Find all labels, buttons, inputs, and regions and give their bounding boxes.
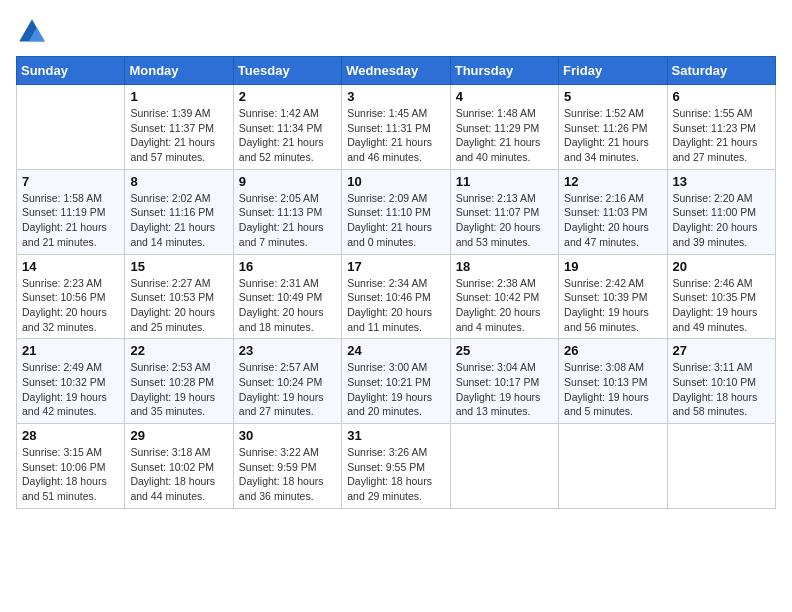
day-info: Sunrise: 3:26 AM Sunset: 9:55 PM Dayligh… <box>347 445 444 504</box>
calendar-cell: 22Sunrise: 2:53 AM Sunset: 10:28 PM Dayl… <box>125 339 233 424</box>
calendar-cell: 4Sunrise: 1:48 AM Sunset: 11:29 PM Dayli… <box>450 85 558 170</box>
calendar-cell: 27Sunrise: 3:11 AM Sunset: 10:10 PM Dayl… <box>667 339 775 424</box>
day-info: Sunrise: 2:27 AM Sunset: 10:53 PM Daylig… <box>130 276 227 335</box>
calendar-cell: 8Sunrise: 2:02 AM Sunset: 11:16 PM Dayli… <box>125 169 233 254</box>
calendar-cell: 7Sunrise: 1:58 AM Sunset: 11:19 PM Dayli… <box>17 169 125 254</box>
day-info: Sunrise: 1:48 AM Sunset: 11:29 PM Daylig… <box>456 106 553 165</box>
day-number: 17 <box>347 259 444 274</box>
weekday-header-tuesday: Tuesday <box>233 57 341 85</box>
day-info: Sunrise: 1:45 AM Sunset: 11:31 PM Daylig… <box>347 106 444 165</box>
calendar-cell: 6Sunrise: 1:55 AM Sunset: 11:23 PM Dayli… <box>667 85 775 170</box>
day-info: Sunrise: 3:08 AM Sunset: 10:13 PM Daylig… <box>564 360 661 419</box>
calendar-cell: 1Sunrise: 1:39 AM Sunset: 11:37 PM Dayli… <box>125 85 233 170</box>
calendar-cell: 23Sunrise: 2:57 AM Sunset: 10:24 PM Dayl… <box>233 339 341 424</box>
calendar-cell: 10Sunrise: 2:09 AM Sunset: 11:10 PM Dayl… <box>342 169 450 254</box>
weekday-header-saturday: Saturday <box>667 57 775 85</box>
day-info: Sunrise: 2:02 AM Sunset: 11:16 PM Daylig… <box>130 191 227 250</box>
day-number: 9 <box>239 174 336 189</box>
weekday-header-thursday: Thursday <box>450 57 558 85</box>
page-header <box>16 16 776 48</box>
calendar-cell: 2Sunrise: 1:42 AM Sunset: 11:34 PM Dayli… <box>233 85 341 170</box>
calendar-cell: 21Sunrise: 2:49 AM Sunset: 10:32 PM Dayl… <box>17 339 125 424</box>
day-number: 3 <box>347 89 444 104</box>
day-number: 1 <box>130 89 227 104</box>
day-info: Sunrise: 1:42 AM Sunset: 11:34 PM Daylig… <box>239 106 336 165</box>
day-number: 21 <box>22 343 119 358</box>
day-info: Sunrise: 2:57 AM Sunset: 10:24 PM Daylig… <box>239 360 336 419</box>
calendar-cell: 28Sunrise: 3:15 AM Sunset: 10:06 PM Dayl… <box>17 424 125 509</box>
day-number: 28 <box>22 428 119 443</box>
day-info: Sunrise: 3:04 AM Sunset: 10:17 PM Daylig… <box>456 360 553 419</box>
day-number: 12 <box>564 174 661 189</box>
weekday-header-friday: Friday <box>559 57 667 85</box>
calendar-table: SundayMondayTuesdayWednesdayThursdayFrid… <box>16 56 776 509</box>
day-info: Sunrise: 2:20 AM Sunset: 11:00 PM Daylig… <box>673 191 770 250</box>
day-info: Sunrise: 2:09 AM Sunset: 11:10 PM Daylig… <box>347 191 444 250</box>
calendar-cell: 18Sunrise: 2:38 AM Sunset: 10:42 PM Dayl… <box>450 254 558 339</box>
day-info: Sunrise: 3:15 AM Sunset: 10:06 PM Daylig… <box>22 445 119 504</box>
weekday-header-monday: Monday <box>125 57 233 85</box>
calendar-cell: 16Sunrise: 2:31 AM Sunset: 10:49 PM Dayl… <box>233 254 341 339</box>
day-number: 18 <box>456 259 553 274</box>
day-info: Sunrise: 1:39 AM Sunset: 11:37 PM Daylig… <box>130 106 227 165</box>
day-number: 10 <box>347 174 444 189</box>
day-info: Sunrise: 3:11 AM Sunset: 10:10 PM Daylig… <box>673 360 770 419</box>
calendar-week-row: 21Sunrise: 2:49 AM Sunset: 10:32 PM Dayl… <box>17 339 776 424</box>
day-number: 26 <box>564 343 661 358</box>
day-info: Sunrise: 2:23 AM Sunset: 10:56 PM Daylig… <box>22 276 119 335</box>
calendar-week-row: 28Sunrise: 3:15 AM Sunset: 10:06 PM Dayl… <box>17 424 776 509</box>
logo-icon <box>16 16 48 48</box>
day-info: Sunrise: 2:38 AM Sunset: 10:42 PM Daylig… <box>456 276 553 335</box>
calendar-cell <box>450 424 558 509</box>
calendar-cell: 25Sunrise: 3:04 AM Sunset: 10:17 PM Dayl… <box>450 339 558 424</box>
day-number: 24 <box>347 343 444 358</box>
calendar-cell: 14Sunrise: 2:23 AM Sunset: 10:56 PM Dayl… <box>17 254 125 339</box>
calendar-week-row: 1Sunrise: 1:39 AM Sunset: 11:37 PM Dayli… <box>17 85 776 170</box>
day-number: 5 <box>564 89 661 104</box>
day-number: 19 <box>564 259 661 274</box>
day-info: Sunrise: 2:34 AM Sunset: 10:46 PM Daylig… <box>347 276 444 335</box>
day-number: 14 <box>22 259 119 274</box>
day-info: Sunrise: 1:52 AM Sunset: 11:26 PM Daylig… <box>564 106 661 165</box>
calendar-week-row: 14Sunrise: 2:23 AM Sunset: 10:56 PM Dayl… <box>17 254 776 339</box>
day-info: Sunrise: 3:22 AM Sunset: 9:59 PM Dayligh… <box>239 445 336 504</box>
day-number: 4 <box>456 89 553 104</box>
calendar-cell: 29Sunrise: 3:18 AM Sunset: 10:02 PM Dayl… <box>125 424 233 509</box>
day-info: Sunrise: 1:55 AM Sunset: 11:23 PM Daylig… <box>673 106 770 165</box>
day-number: 30 <box>239 428 336 443</box>
calendar-cell: 17Sunrise: 2:34 AM Sunset: 10:46 PM Dayl… <box>342 254 450 339</box>
calendar-cell: 24Sunrise: 3:00 AM Sunset: 10:21 PM Dayl… <box>342 339 450 424</box>
day-info: Sunrise: 2:13 AM Sunset: 11:07 PM Daylig… <box>456 191 553 250</box>
calendar-cell: 31Sunrise: 3:26 AM Sunset: 9:55 PM Dayli… <box>342 424 450 509</box>
day-number: 29 <box>130 428 227 443</box>
calendar-cell: 19Sunrise: 2:42 AM Sunset: 10:39 PM Dayl… <box>559 254 667 339</box>
calendar-cell: 3Sunrise: 1:45 AM Sunset: 11:31 PM Dayli… <box>342 85 450 170</box>
day-number: 31 <box>347 428 444 443</box>
day-info: Sunrise: 2:42 AM Sunset: 10:39 PM Daylig… <box>564 276 661 335</box>
day-number: 22 <box>130 343 227 358</box>
calendar-cell: 11Sunrise: 2:13 AM Sunset: 11:07 PM Dayl… <box>450 169 558 254</box>
weekday-header-wednesday: Wednesday <box>342 57 450 85</box>
day-number: 25 <box>456 343 553 358</box>
calendar-week-row: 7Sunrise: 1:58 AM Sunset: 11:19 PM Dayli… <box>17 169 776 254</box>
day-number: 23 <box>239 343 336 358</box>
calendar-cell: 26Sunrise: 3:08 AM Sunset: 10:13 PM Dayl… <box>559 339 667 424</box>
calendar-cell: 13Sunrise: 2:20 AM Sunset: 11:00 PM Dayl… <box>667 169 775 254</box>
weekday-header-sunday: Sunday <box>17 57 125 85</box>
day-number: 8 <box>130 174 227 189</box>
day-number: 7 <box>22 174 119 189</box>
calendar-cell: 12Sunrise: 2:16 AM Sunset: 11:03 PM Dayl… <box>559 169 667 254</box>
calendar-header-row: SundayMondayTuesdayWednesdayThursdayFrid… <box>17 57 776 85</box>
day-info: Sunrise: 2:46 AM Sunset: 10:35 PM Daylig… <box>673 276 770 335</box>
day-info: Sunrise: 2:53 AM Sunset: 10:28 PM Daylig… <box>130 360 227 419</box>
calendar-cell: 5Sunrise: 1:52 AM Sunset: 11:26 PM Dayli… <box>559 85 667 170</box>
calendar-cell: 20Sunrise: 2:46 AM Sunset: 10:35 PM Dayl… <box>667 254 775 339</box>
day-info: Sunrise: 1:58 AM Sunset: 11:19 PM Daylig… <box>22 191 119 250</box>
day-number: 16 <box>239 259 336 274</box>
logo <box>16 16 52 48</box>
day-number: 2 <box>239 89 336 104</box>
day-info: Sunrise: 2:31 AM Sunset: 10:49 PM Daylig… <box>239 276 336 335</box>
day-info: Sunrise: 3:18 AM Sunset: 10:02 PM Daylig… <box>130 445 227 504</box>
day-number: 27 <box>673 343 770 358</box>
day-number: 6 <box>673 89 770 104</box>
